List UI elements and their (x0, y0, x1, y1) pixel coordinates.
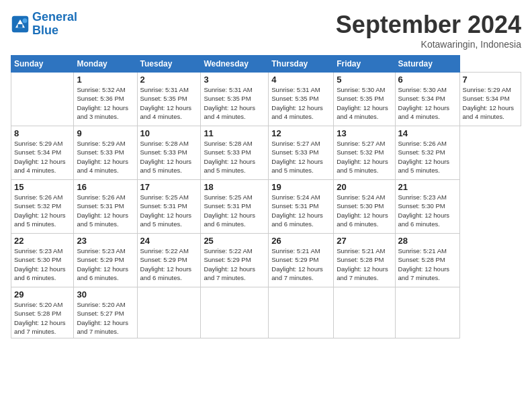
calendar-week-5: 29 Sunrise: 5:20 AM Sunset: 5:28 PM Dayl… (11, 287, 521, 338)
day-number: 30 (77, 289, 134, 300)
day-number: 21 (398, 182, 457, 192)
table-row: 4 Sunrise: 5:31 AM Sunset: 5:35 PM Dayli… (269, 73, 334, 126)
day-info: Sunrise: 5:24 AM Sunset: 5:30 PM Dayligh… (337, 193, 392, 228)
day-number: 2 (140, 75, 198, 85)
day-info: Sunrise: 5:26 AM Sunset: 5:32 PM Dayligh… (398, 139, 457, 175)
day-number: 22 (14, 236, 71, 246)
day-number: 6 (398, 75, 457, 85)
table-row: 2 Sunrise: 5:31 AM Sunset: 5:35 PM Dayli… (137, 73, 201, 126)
month-title: September 2024 (336, 11, 521, 39)
day-number: 29 (14, 289, 71, 300)
day-info: Sunrise: 5:21 AM Sunset: 5:28 PM Dayligh… (337, 246, 392, 282)
header-friday: Friday (334, 56, 395, 73)
header-sunday: Sunday (11, 56, 74, 73)
day-info: Sunrise: 5:28 AM Sunset: 5:33 PM Dayligh… (140, 139, 198, 175)
table-row: 18 Sunrise: 5:25 AM Sunset: 5:31 PM Dayl… (201, 180, 269, 234)
table-row: 16 Sunrise: 5:26 AM Sunset: 5:31 PM Dayl… (74, 180, 137, 234)
table-row: 3 Sunrise: 5:31 AM Sunset: 5:35 PM Dayli… (201, 73, 269, 126)
table-row: 12 Sunrise: 5:27 AM Sunset: 5:33 PM Dayl… (269, 126, 334, 180)
table-row: 30 Sunrise: 5:20 AM Sunset: 5:27 PM Dayl… (74, 287, 137, 338)
day-info: Sunrise: 5:27 AM Sunset: 5:33 PM Dayligh… (271, 139, 330, 175)
header-tuesday: Tuesday (137, 56, 201, 73)
logo: General Blue (11, 11, 77, 38)
day-info: Sunrise: 5:31 AM Sunset: 5:35 PM Dayligh… (271, 85, 330, 121)
day-number: 5 (337, 75, 392, 85)
day-info: Sunrise: 5:20 AM Sunset: 5:28 PM Dayligh… (14, 300, 71, 336)
table-row: 22 Sunrise: 5:23 AM Sunset: 5:30 PM Dayl… (11, 234, 74, 287)
day-number: 1 (77, 75, 134, 85)
table-row: 14 Sunrise: 5:26 AM Sunset: 5:32 PM Dayl… (395, 126, 459, 180)
table-row: 8 Sunrise: 5:29 AM Sunset: 5:34 PM Dayli… (11, 126, 74, 180)
day-info: Sunrise: 5:26 AM Sunset: 5:31 PM Dayligh… (77, 193, 134, 228)
calendar-week-2: 8 Sunrise: 5:29 AM Sunset: 5:34 PM Dayli… (11, 126, 521, 180)
calendar-header-row: Sunday Monday Tuesday Wednesday Thursday… (11, 56, 521, 73)
calendar-week-4: 22 Sunrise: 5:23 AM Sunset: 5:30 PM Dayl… (11, 234, 521, 287)
svg-rect-2 (18, 24, 23, 28)
table-row: 19 Sunrise: 5:24 AM Sunset: 5:31 PM Dayl… (269, 180, 334, 234)
table-row (137, 287, 201, 338)
day-number: 20 (337, 182, 392, 192)
location: Kotawaringin, Indonesia (336, 39, 521, 50)
table-row: 26 Sunrise: 5:21 AM Sunset: 5:29 PM Dayl… (269, 234, 334, 287)
day-number: 23 (77, 236, 134, 246)
day-info: Sunrise: 5:24 AM Sunset: 5:31 PM Dayligh… (271, 193, 330, 228)
day-info: Sunrise: 5:22 AM Sunset: 5:29 PM Dayligh… (204, 246, 265, 282)
day-number: 7 (463, 75, 518, 85)
day-number: 13 (337, 128, 392, 138)
day-number: 28 (398, 236, 457, 246)
day-info: Sunrise: 5:23 AM Sunset: 5:29 PM Dayligh… (77, 246, 134, 282)
day-number: 9 (77, 128, 134, 138)
table-row: 6 Sunrise: 5:30 AM Sunset: 5:34 PM Dayli… (395, 73, 459, 126)
table-row: 21 Sunrise: 5:23 AM Sunset: 5:30 PM Dayl… (395, 180, 459, 234)
table-row: 29 Sunrise: 5:20 AM Sunset: 5:28 PM Dayl… (11, 287, 74, 338)
logo-blue: Blue (32, 24, 58, 37)
day-number: 15 (14, 182, 71, 192)
day-info: Sunrise: 5:25 AM Sunset: 5:31 PM Dayligh… (204, 193, 265, 228)
day-number: 25 (204, 236, 265, 246)
empty-cell (11, 73, 74, 126)
table-row (395, 287, 459, 338)
table-row: 9 Sunrise: 5:29 AM Sunset: 5:33 PM Dayli… (74, 126, 137, 180)
svg-point-3 (23, 18, 28, 23)
table-row: 23 Sunrise: 5:23 AM Sunset: 5:29 PM Dayl… (74, 234, 137, 287)
calendar-week-3: 15 Sunrise: 5:26 AM Sunset: 5:32 PM Dayl… (11, 180, 521, 234)
day-number: 3 (204, 75, 265, 85)
day-number: 26 (271, 236, 330, 246)
day-number: 14 (398, 128, 457, 138)
logo-icon (11, 15, 30, 34)
table-row: 24 Sunrise: 5:22 AM Sunset: 5:29 PM Dayl… (137, 234, 201, 287)
day-info: Sunrise: 5:27 AM Sunset: 5:32 PM Dayligh… (337, 139, 392, 175)
day-info: Sunrise: 5:30 AM Sunset: 5:34 PM Dayligh… (398, 85, 457, 121)
day-info: Sunrise: 5:31 AM Sunset: 5:35 PM Dayligh… (140, 85, 198, 121)
day-info: Sunrise: 5:28 AM Sunset: 5:33 PM Dayligh… (204, 139, 265, 175)
table-row (201, 287, 269, 338)
day-number: 12 (271, 128, 330, 138)
logo-general: General (32, 10, 77, 24)
day-info: Sunrise: 5:26 AM Sunset: 5:32 PM Dayligh… (14, 193, 71, 228)
table-row: 5 Sunrise: 5:30 AM Sunset: 5:35 PM Dayli… (334, 73, 395, 126)
header-thursday: Thursday (269, 56, 334, 73)
day-info: Sunrise: 5:30 AM Sunset: 5:35 PM Dayligh… (337, 85, 392, 121)
day-info: Sunrise: 5:20 AM Sunset: 5:27 PM Dayligh… (77, 300, 134, 336)
title-block: September 2024 Kotawaringin, Indonesia (336, 11, 521, 50)
table-row: 7 Sunrise: 5:29 AM Sunset: 5:34 PM Dayli… (459, 73, 521, 126)
day-info: Sunrise: 5:21 AM Sunset: 5:28 PM Dayligh… (398, 246, 457, 282)
day-number: 16 (77, 182, 134, 192)
day-number: 4 (271, 75, 330, 85)
table-row: 20 Sunrise: 5:24 AM Sunset: 5:30 PM Dayl… (334, 180, 395, 234)
day-info: Sunrise: 5:22 AM Sunset: 5:29 PM Dayligh… (140, 246, 198, 282)
table-row (334, 287, 395, 338)
table-row: 25 Sunrise: 5:22 AM Sunset: 5:29 PM Dayl… (201, 234, 269, 287)
table-row: 28 Sunrise: 5:21 AM Sunset: 5:28 PM Dayl… (395, 234, 459, 287)
day-info: Sunrise: 5:29 AM Sunset: 5:34 PM Dayligh… (463, 85, 518, 121)
day-number: 17 (140, 182, 198, 192)
day-number: 24 (140, 236, 198, 246)
calendar-table: Sunday Monday Tuesday Wednesday Thursday… (11, 55, 521, 338)
day-number: 27 (337, 236, 392, 246)
header-wednesday: Wednesday (201, 56, 269, 73)
page-header: General Blue September 2024 Kotawaringin… (11, 11, 521, 50)
day-info: Sunrise: 5:31 AM Sunset: 5:35 PM Dayligh… (204, 85, 265, 121)
table-row: 13 Sunrise: 5:27 AM Sunset: 5:32 PM Dayl… (334, 126, 395, 180)
table-row: 17 Sunrise: 5:25 AM Sunset: 5:31 PM Dayl… (137, 180, 201, 234)
day-info: Sunrise: 5:23 AM Sunset: 5:30 PM Dayligh… (398, 193, 457, 228)
